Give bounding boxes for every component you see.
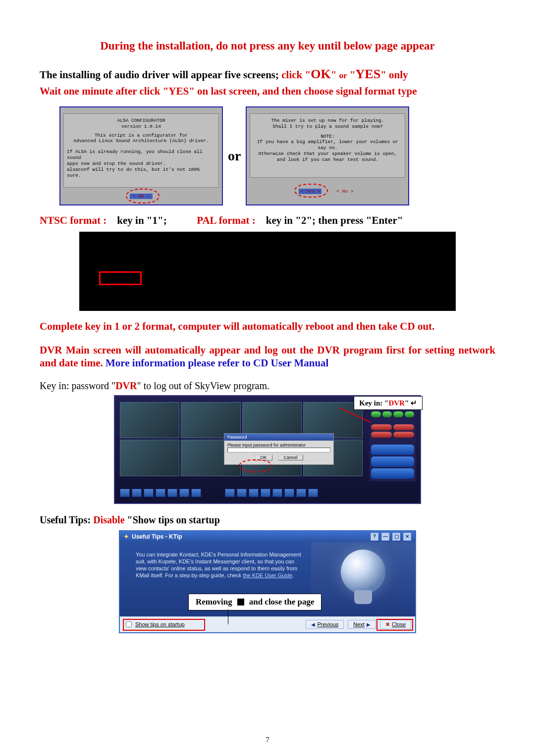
text: The mixer is set up now for for playing. xyxy=(253,118,402,124)
or-label: or xyxy=(228,148,241,164)
password-dialog-text: Please input password for administrator xyxy=(227,443,330,448)
ptz-button[interactable] xyxy=(371,445,414,455)
chevron-left-icon: ◀ xyxy=(311,622,315,627)
sidebar-button[interactable] xyxy=(393,432,414,438)
text: apps now and stop the sound driver. xyxy=(67,161,215,167)
minimize-button[interactable]: — xyxy=(381,533,389,541)
text: and close the page xyxy=(249,597,315,607)
text: " xyxy=(305,69,311,81)
page-number: 7 xyxy=(0,736,535,744)
toolbar-button[interactable] xyxy=(179,489,189,497)
text: Otherwise check that your speaker volume… xyxy=(253,151,402,157)
ntsc-value xyxy=(109,214,117,226)
checkbox-label: Show tips on startup xyxy=(135,621,185,627)
kde-user-guide-link[interactable]: the KDE User Guide xyxy=(243,572,292,578)
text: " xyxy=(350,69,356,81)
text: If you have a big amplifier, lower your … xyxy=(253,139,402,151)
lightbulb-icon: ✦ xyxy=(124,533,129,540)
toolbar-button[interactable] xyxy=(156,489,165,497)
text: DVR xyxy=(388,399,405,407)
text: " ↵ xyxy=(405,399,417,407)
password-dialog: Password Please input password for admin… xyxy=(224,433,334,465)
no-button[interactable]: < No > xyxy=(333,189,356,194)
text: "Show tips on startup xyxy=(125,514,220,525)
cancel-button[interactable]: Cancel xyxy=(278,454,303,460)
text: alsaconf will try to do this, but it's n… xyxy=(67,167,215,179)
text: OK xyxy=(311,67,330,81)
format-line: NTSC format : key in "1"; PAL format : k… xyxy=(40,214,495,227)
headline: During the installation, do not press an… xyxy=(40,40,495,52)
sidebar-button[interactable] xyxy=(393,411,403,417)
dvr-sidebar xyxy=(369,402,416,481)
alsa-configurator-screenshot: ALSA CONFIGURATOR version 1.0.14 This sc… xyxy=(59,106,223,205)
text: and look if you can hear test sound. xyxy=(253,157,402,163)
chevron-right-icon: ▶ xyxy=(367,622,371,627)
toolbar-button[interactable] xyxy=(249,489,259,497)
text: Close xyxy=(392,621,406,627)
toolbar-button[interactable] xyxy=(144,489,154,497)
text: " to log out of SkyView program. xyxy=(137,380,270,391)
callout-leader-line xyxy=(228,609,228,624)
text: Key in: password " xyxy=(40,380,115,391)
dvr-screenshot: Password Please input password for admin… xyxy=(114,395,421,504)
text: Next xyxy=(353,621,365,627)
sidebar-button[interactable] xyxy=(371,468,414,479)
alsa-title: ALSA CONFIGURATOR xyxy=(67,118,215,124)
toolbar-button[interactable] xyxy=(284,489,294,497)
text: This script is a configurator for xyxy=(67,133,215,139)
toolbar-button[interactable] xyxy=(261,489,270,497)
sidebar-button[interactable] xyxy=(393,424,414,430)
lightbulb-image xyxy=(311,542,415,616)
close-icon: ✖ xyxy=(385,621,390,628)
camera-cell xyxy=(120,402,179,439)
password-input[interactable] xyxy=(227,448,330,453)
ktip-footer: Show tips on startup ◀Previous Next▶ ✖Cl… xyxy=(120,616,415,632)
text: YES xyxy=(356,67,381,81)
text: The installing of audio driver will appe… xyxy=(40,69,281,81)
dvr-paragraph: DVR Main screen will automatically appea… xyxy=(40,344,495,370)
toolbar-button[interactable] xyxy=(237,489,247,497)
text: Useful Tips: xyxy=(40,514,93,525)
sidebar-button[interactable] xyxy=(371,432,392,438)
after-term-line: Complete key in 1 or 2 format, computer … xyxy=(40,320,495,333)
toolbar-button[interactable] xyxy=(167,489,177,497)
text: only xyxy=(389,69,408,81)
toolbar-button[interactable] xyxy=(296,489,306,497)
text: Removing xyxy=(196,597,232,607)
checkbox-input[interactable] xyxy=(126,621,132,627)
sidebar-button[interactable] xyxy=(371,456,414,467)
sidebar-button[interactable] xyxy=(371,411,381,417)
toolbar-button[interactable] xyxy=(120,489,130,497)
wait-line: Wait one minute after click "YES" on las… xyxy=(40,85,495,98)
ok-button[interactable]: OK xyxy=(255,454,272,460)
callout-box: Removing and close the page xyxy=(188,594,321,610)
toolbar-button[interactable] xyxy=(308,489,318,497)
toolbar-button[interactable] xyxy=(225,489,235,497)
text: Disable xyxy=(93,514,124,525)
filled-checkbox-icon xyxy=(237,599,244,605)
close-button[interactable]: ✖Close xyxy=(380,620,411,629)
useful-tips-line: Useful Tips: Disable "Show tips on start… xyxy=(40,514,495,526)
text: click xyxy=(281,69,302,81)
callout-box: Key in: "DVR" ↵ xyxy=(354,396,423,410)
text: DVR xyxy=(115,380,137,391)
sidebar-button[interactable] xyxy=(405,411,415,417)
terminal-screenshot xyxy=(79,232,456,311)
red-highlight-box xyxy=(99,271,142,285)
sidebar-button[interactable] xyxy=(382,411,392,417)
previous-button[interactable]: ◀Previous xyxy=(306,620,344,629)
toolbar-button[interactable] xyxy=(132,489,142,497)
audio-driver-line: The installing of audio driver will appe… xyxy=(40,66,495,83)
pal-value xyxy=(258,214,266,226)
show-tips-checkbox[interactable]: Show tips on startup xyxy=(124,620,185,629)
sidebar-button[interactable] xyxy=(371,424,392,430)
close-button[interactable]: ✕ xyxy=(403,533,411,541)
keyin-line: Key in: password "DVR" to log out of Sky… xyxy=(40,380,495,392)
toolbar-button[interactable] xyxy=(191,489,201,497)
next-button[interactable]: Next▶ xyxy=(348,620,376,629)
maximize-button[interactable]: ▢ xyxy=(392,533,400,541)
yes-button[interactable]: < Yes > xyxy=(299,189,321,194)
help-button[interactable]: ? xyxy=(371,533,378,541)
toolbar-button[interactable] xyxy=(272,489,282,497)
ok-button[interactable]: < OK > xyxy=(130,194,153,199)
